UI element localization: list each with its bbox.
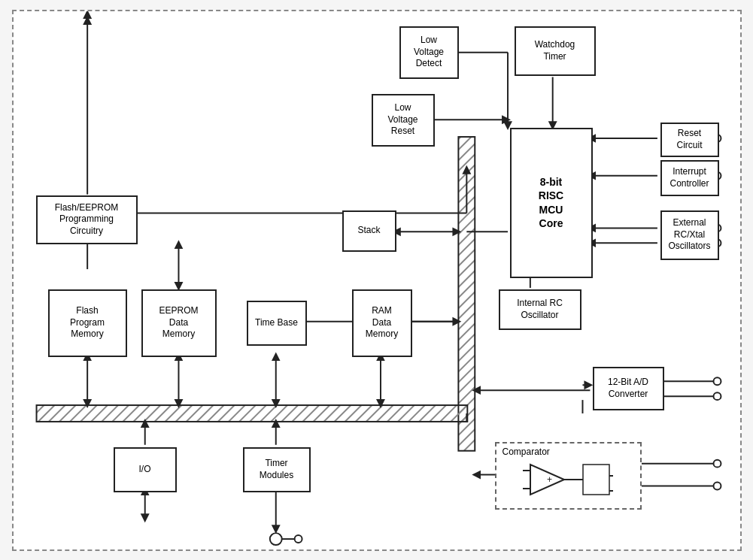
svg-rect-6: [36, 405, 467, 422]
mcu-core-label: 8-bitRISCMCUCore: [539, 175, 563, 230]
flash-program-memory-label: FlashProgramMemory: [70, 305, 105, 341]
internal-rc-block: Internal RCOscillator: [499, 289, 581, 330]
comparator-label: Comparator: [503, 446, 550, 459]
flash-program-memory-block: FlashProgramMemory: [48, 289, 127, 357]
mcu-core-block: 8-bitRISCMCUCore: [510, 128, 593, 278]
stack-label: Stack: [357, 225, 380, 237]
flash-eeprom-prog-label: Flash/EEPROMProgrammingCircuitry: [55, 202, 119, 238]
low-voltage-detect-block: LowVoltageDetect: [399, 26, 459, 79]
internal-rc-label: Internal RCOscillator: [517, 298, 563, 321]
eeprom-data-memory-label: EEPROMDataMemory: [159, 305, 198, 341]
low-voltage-reset-label: LowVoltageReset: [387, 102, 417, 138]
svg-text:+: +: [547, 474, 552, 485]
diagram-container: WatchdogTimer LowVoltageDetect LowVoltag…: [12, 10, 742, 551]
low-voltage-detect-label: LowVoltageDetect: [414, 35, 444, 70]
reset-circuit-label: ResetCircuit: [676, 128, 702, 151]
io-block: I/O: [114, 447, 177, 492]
io-label: I/O: [138, 464, 150, 476]
low-voltage-reset-block: LowVoltageReset: [372, 94, 435, 147]
stack-block: Stack: [342, 210, 396, 252]
time-base-label: Time Base: [255, 317, 298, 329]
ram-data-memory-label: RAMDataMemory: [366, 305, 398, 341]
svg-rect-65: [583, 465, 609, 495]
adc-block: 12-Bit A/DConverter: [593, 367, 664, 410]
flash-eeprom-prog-block: Flash/EEPROMProgrammingCircuitry: [36, 195, 138, 244]
eeprom-data-memory-block: EEPROMDataMemory: [141, 289, 217, 357]
watchdog-timer-block: WatchdogTimer: [515, 26, 596, 76]
svg-point-57: [294, 535, 302, 543]
ram-data-memory-block: RAMDataMemory: [352, 289, 412, 357]
interrupt-controller-label: InterruptController: [670, 166, 709, 189]
adc-label: 12-Bit A/DConverter: [608, 377, 648, 400]
timer-modules-label: TimerModules: [260, 458, 293, 481]
reset-circuit-block: ResetCircuit: [660, 123, 719, 157]
external-oscillators-block: ExternalRC/XtalOscillators: [660, 210, 719, 260]
svg-point-42: [713, 377, 721, 385]
comparator-block: Comparator +: [495, 442, 642, 510]
svg-point-50: [713, 482, 721, 489]
svg-point-48: [713, 459, 721, 467]
svg-point-55: [269, 533, 281, 545]
timer-modules-block: TimerModules: [243, 447, 311, 492]
svg-point-44: [713, 392, 721, 400]
time-base-block: Time Base: [247, 301, 307, 346]
interrupt-controller-block: InterruptController: [660, 160, 719, 196]
external-oscillators-label: ExternalRC/XtalOscillators: [668, 217, 710, 253]
svg-rect-5: [458, 137, 475, 451]
